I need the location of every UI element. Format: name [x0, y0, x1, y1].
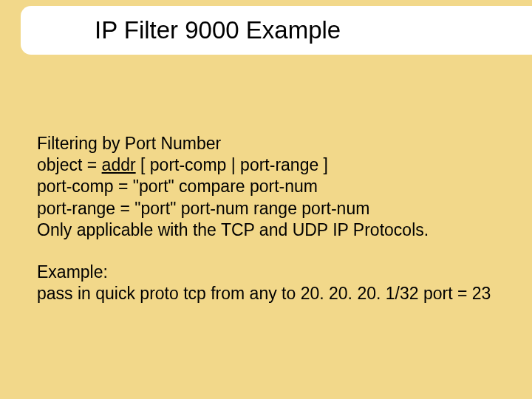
syntax-line-3: port-comp = "port" compare port-num — [37, 176, 532, 197]
syntax-line-2-post: [ port-comp | port-range ] — [136, 155, 328, 174]
example-line: pass in quick proto tcp from any to 20. … — [37, 283, 532, 304]
example-label: Example: — [37, 262, 532, 283]
slide-title: IP Filter 9000 Example — [95, 16, 341, 44]
content-area: Filtering by Port Number object = addr [… — [37, 133, 532, 325]
syntax-line-5: Only applicable with the TCP and UDP IP … — [37, 219, 532, 241]
syntax-line-2-pre: object = — [37, 155, 102, 174]
syntax-line-2: object = addr [ port-comp | port-range ] — [37, 154, 532, 176]
title-bar: IP Filter 9000 Example — [21, 6, 532, 55]
example-block: Example: pass in quick proto tcp from an… — [37, 262, 532, 304]
syntax-line-2-addr: addr — [102, 155, 136, 174]
syntax-block: Filtering by Port Number object = addr [… — [37, 133, 532, 241]
syntax-line-4: port-range = "port" port-num range port-… — [37, 198, 532, 219]
syntax-line-1: Filtering by Port Number — [37, 133, 532, 154]
